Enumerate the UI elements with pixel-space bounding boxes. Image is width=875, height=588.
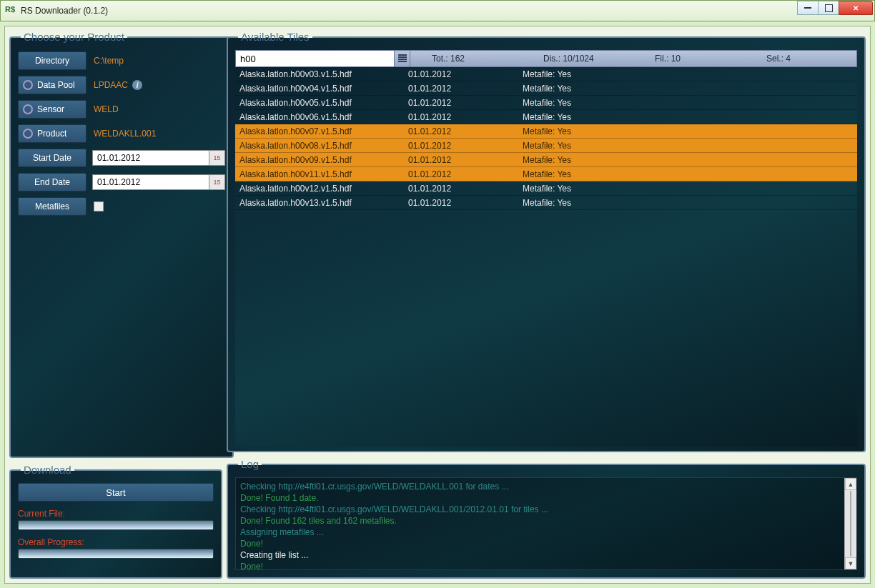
download-panel: Download Start Current File: Overall Pro…	[9, 464, 222, 579]
tile-meta: Metafile: Yes	[523, 169, 857, 179]
tile-date: 01.01.2012	[408, 141, 523, 151]
tile-name: Alaska.latlon.h00v06.v1.5.hdf	[235, 112, 408, 122]
tile-meta: Metafile: Yes	[523, 126, 857, 136]
stat-selected: Sel.: 4	[745, 51, 856, 66]
tile-name: Alaska.latlon.h00v08.v1.5.hdf	[235, 141, 408, 151]
enddate-button[interactable]: End Date	[18, 173, 86, 191]
tile-meta: Metafile: Yes	[523, 69, 857, 79]
tile-meta: Metafile: Yes	[523, 84, 857, 94]
close-button[interactable]	[839, 1, 873, 15]
tile-row[interactable]: Alaska.latlon.h00v04.v1.5.hdf01.01.2012M…	[235, 81, 857, 96]
maximize-button[interactable]	[818, 1, 839, 15]
overall-progress-label: Overall Progress:	[18, 537, 214, 547]
directory-button[interactable]: Directory	[18, 51, 86, 70]
info-icon[interactable]: i	[132, 80, 142, 90]
tile-date: 01.01.2012	[408, 69, 523, 79]
scroll-down-icon[interactable]: ▼	[845, 557, 856, 569]
tile-date: 01.01.2012	[408, 184, 523, 194]
current-file-progress	[18, 520, 214, 530]
tile-date: 01.01.2012	[408, 126, 523, 136]
tiles-panel: Available Tiles Tot.: 162 Dis.: 10/1024 …	[227, 31, 866, 452]
log-line: Assigning metafiles ...	[240, 527, 852, 538]
tile-row[interactable]: Alaska.latlon.h00v03.v1.5.hdf01.01.2012M…	[235, 67, 857, 81]
tile-date: 01.01.2012	[408, 198, 523, 208]
log-line: Done!	[240, 561, 852, 570]
tile-name: Alaska.latlon.h00v03.v1.5.hdf	[235, 69, 408, 79]
log-scrollbar[interactable]: ▲ ▼	[844, 478, 856, 569]
tile-meta: Metafile: Yes	[523, 98, 857, 108]
stat-filtered: Fil.: 10	[633, 51, 745, 66]
tile-date: 01.01.2012	[408, 112, 523, 122]
tile-row[interactable]: Alaska.latlon.h00v06.v1.5.hdf01.01.2012M…	[235, 110, 857, 124]
metafiles-button[interactable]: Metafiles	[18, 197, 86, 216]
tile-row[interactable]: Alaska.latlon.h00v08.v1.5.hdf01.01.2012M…	[235, 139, 857, 153]
product-panel: Choose your Product Directory C:\temp Da…	[9, 31, 234, 458]
tile-row[interactable]: Alaska.latlon.h00v07.v1.5.hdf01.01.2012M…	[235, 124, 857, 139]
startdate-input[interactable]	[92, 150, 209, 166]
tiles-menu-icon[interactable]	[395, 51, 410, 66]
stat-displayed: Dis.: 10/1024	[522, 51, 633, 66]
tile-date: 01.01.2012	[408, 84, 523, 94]
calendar-icon[interactable]: 15	[209, 174, 225, 190]
tile-name: Alaska.latlon.h00v12.v1.5.hdf	[235, 184, 408, 194]
tile-row[interactable]: Alaska.latlon.h00v13.v1.5.hdf01.01.2012M…	[235, 196, 857, 210]
log-body: Checking http://e4ftl01.cr.usgs.gov/WELD…	[235, 477, 857, 570]
calendar-icon[interactable]: 15	[209, 150, 225, 166]
tile-meta: Metafile: Yes	[523, 141, 857, 151]
log-line: Done!	[240, 538, 852, 549]
tile-date: 01.01.2012	[408, 98, 523, 108]
tile-date: 01.01.2012	[408, 155, 523, 165]
log-line: Checking http://e4ftl01.cr.usgs.gov/WELD…	[240, 481, 852, 492]
sensor-value: WELD	[94, 104, 119, 114]
tile-row[interactable]: Alaska.latlon.h00v09.v1.5.hdf01.01.2012M…	[235, 153, 857, 167]
stat-total: Tot.: 162	[410, 51, 522, 66]
tile-name: Alaska.latlon.h00v07.v1.5.hdf	[235, 126, 408, 136]
radio-icon	[23, 104, 33, 114]
log-legend: Log	[238, 458, 262, 470]
current-file-label: Current File:	[18, 509, 214, 519]
scroll-up-icon[interactable]: ▲	[845, 478, 856, 490]
tiles-list[interactable]: Alaska.latlon.h00v03.v1.5.hdf01.01.2012M…	[235, 67, 857, 447]
window-title: RS Downloader (0.1.2)	[21, 6, 108, 16]
tile-meta: Metafile: Yes	[523, 184, 857, 194]
radio-icon	[23, 129, 33, 139]
directory-value: C:\temp	[94, 56, 124, 66]
overall-progress	[18, 549, 214, 559]
tile-name: Alaska.latlon.h00v09.v1.5.hdf	[235, 155, 408, 165]
product-value: WELDAKLL.001	[94, 129, 156, 139]
tile-row[interactable]: Alaska.latlon.h00v11.v1.5.hdf01.01.2012M…	[235, 167, 857, 181]
tile-name: Alaska.latlon.h00v04.v1.5.hdf	[235, 84, 408, 94]
scroll-thumb[interactable]	[850, 491, 851, 557]
titlebar[interactable]: R$ RS Downloader (0.1.2)	[0, 0, 875, 21]
tile-name: Alaska.latlon.h00v05.v1.5.hdf	[235, 98, 408, 108]
startdate-button[interactable]: Start Date	[18, 149, 86, 167]
tile-meta: Metafile: Yes	[523, 155, 857, 165]
log-line: Creating tile list ...	[240, 549, 852, 561]
product-legend: Choose your Product	[21, 31, 127, 43]
tiles-filter-input[interactable]	[237, 52, 392, 65]
tile-row[interactable]: Alaska.latlon.h00v12.v1.5.hdf01.01.2012M…	[235, 181, 857, 196]
sensor-button[interactable]: Sensor	[18, 100, 86, 119]
tiles-header: Tot.: 162 Dis.: 10/1024 Fil.: 10 Sel.: 4	[235, 50, 857, 67]
tile-meta: Metafile: Yes	[523, 198, 857, 208]
log-panel: Log Checking http://e4ftl01.cr.usgs.gov/…	[227, 458, 866, 579]
datapool-button[interactable]: Data Pool	[18, 76, 86, 94]
datapool-value: LPDAACi	[94, 80, 142, 90]
metafiles-checkbox[interactable]	[94, 201, 104, 211]
tiles-legend: Available Tiles	[238, 31, 312, 43]
radio-icon	[23, 80, 33, 90]
product-button[interactable]: Product	[18, 124, 86, 143]
tile-meta: Metafile: Yes	[523, 112, 857, 122]
log-line: Done! Found 162 tiles and 162 metafiles.	[240, 515, 852, 527]
tile-date: 01.01.2012	[408, 169, 523, 179]
log-line: Checking http://e4ftl01.cr.usgs.gov/WELD…	[240, 504, 852, 515]
enddate-input[interactable]	[92, 174, 209, 190]
app-icon: R$	[5, 5, 16, 16]
start-button[interactable]: Start	[18, 483, 214, 502]
tile-row[interactable]: Alaska.latlon.h00v05.v1.5.hdf01.01.2012M…	[235, 96, 857, 110]
tile-name: Alaska.latlon.h00v11.v1.5.hdf	[235, 169, 408, 179]
download-legend: Download	[21, 464, 74, 476]
tile-name: Alaska.latlon.h00v13.v1.5.hdf	[235, 198, 408, 208]
minimize-button[interactable]	[797, 1, 819, 15]
log-line: Done! Found 1 date.	[240, 492, 852, 504]
